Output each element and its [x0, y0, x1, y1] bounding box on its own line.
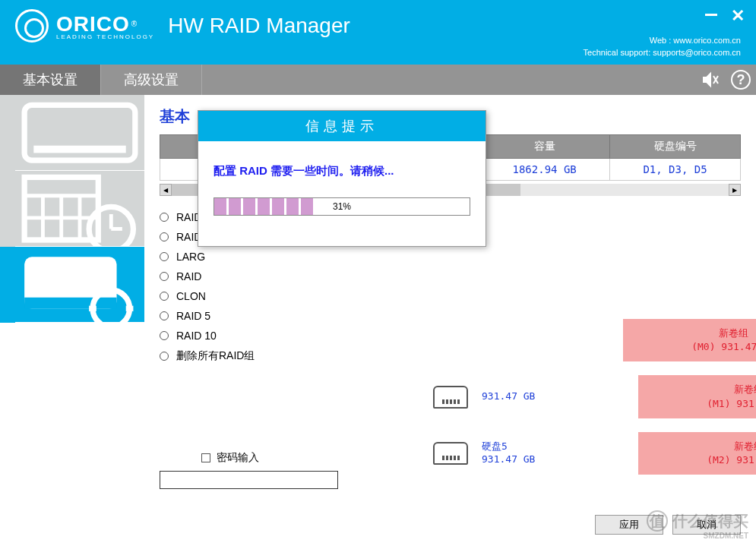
- web-link[interactable]: Web : www.orico.com.cn: [584, 35, 741, 46]
- password-checkbox-row[interactable]: 密码输入: [201, 451, 338, 465]
- password-area: 密码输入: [160, 451, 338, 489]
- radio-icon: [160, 352, 169, 361]
- svg-line-23: [122, 294, 126, 298]
- radio-icon: [160, 213, 169, 222]
- radio-icon: [160, 311, 169, 320]
- disk-row: 硬盘5 931.47 GB 新卷组 (M2) 931.47 GB: [433, 432, 756, 475]
- watermark: 值 什么值得买 SMZDM.NET: [647, 510, 748, 540]
- col-capacity: 容量: [479, 135, 610, 159]
- brand-logo-icon: [15, 9, 49, 43]
- app-title: HW RAID Manager: [168, 14, 350, 38]
- close-icon[interactable]: ✕: [731, 6, 745, 26]
- sidebar: [0, 95, 144, 546]
- col-disk-id: 硬盘编号: [610, 135, 741, 159]
- radio-icon: [160, 272, 169, 281]
- disk-gear-icon: [15, 238, 144, 330]
- svg-line-22: [96, 320, 100, 323]
- volume-box[interactable]: 新卷组 (M2) 931.47 GB: [638, 432, 756, 475]
- brand-tagline: LEADING TECHNOLOGY: [56, 33, 154, 40]
- header-links: Web : www.orico.com.cn Technical support…: [584, 35, 741, 58]
- sidebar-item-raid-config[interactable]: [15, 247, 144, 323]
- cell-disk-id: D1, D3, D5: [610, 159, 741, 181]
- minimize-icon[interactable]: [705, 14, 717, 16]
- svg-line-20: [96, 294, 100, 298]
- svg-line-21: [122, 320, 126, 323]
- raid-option[interactable]: LARG: [160, 251, 741, 263]
- app-header: ORICO® LEADING TECHNOLOGY HW RAID Manage…: [0, 0, 756, 65]
- progress-bar: 31%: [214, 197, 470, 216]
- radio-icon: [160, 292, 169, 301]
- checkbox-icon[interactable]: [201, 453, 210, 462]
- scroll-right-icon[interactable]: ▶: [729, 184, 741, 196]
- password-input[interactable]: [160, 471, 338, 489]
- raid-option[interactable]: CLON: [160, 290, 741, 302]
- mute-icon[interactable]: [695, 65, 726, 95]
- hdd-icon: [433, 386, 468, 409]
- radio-icon: [160, 252, 169, 261]
- sidebar-item-schedule[interactable]: [15, 171, 144, 247]
- volume-box[interactable]: 新卷组 (M1) 931.47 GB: [638, 375, 756, 418]
- registered-icon: ®: [131, 20, 137, 28]
- hdd-icon: [433, 442, 468, 465]
- brand-block: ORICO® LEADING TECHNOLOGY: [56, 12, 154, 40]
- dialog-title: 信息提示: [198, 111, 486, 141]
- disk-info: 硬盘5 931.47 GB: [482, 440, 535, 466]
- svg-rect-14: [24, 298, 116, 309]
- raid-option[interactable]: RAID: [160, 270, 741, 282]
- cell-capacity: 1862.94 GB: [479, 159, 610, 181]
- sidebar-item-disk[interactable]: [15, 95, 144, 171]
- volume-box[interactable]: 新卷组 (M0) 931.47 GB: [623, 319, 756, 361]
- window-controls: ✕: [705, 6, 745, 26]
- radio-icon: [160, 232, 169, 241]
- disk-volume-area: 新卷组 (M0) 931.47 GB 931.47 GB 新卷组 (M1) 93…: [433, 319, 756, 488]
- info-dialog: 信息提示 配置 RAID 需要一些时间。请稍候... 31%: [198, 110, 486, 247]
- help-icon[interactable]: ?: [726, 65, 756, 95]
- dialog-message: 配置 RAID 需要一些时间。请稍候...: [214, 164, 470, 178]
- disk-row: 931.47 GB 新卷组 (M1) 931.47 GB: [433, 375, 756, 418]
- volume-row: 新卷组 (M0) 931.47 GB: [623, 319, 756, 361]
- dialog-body: 配置 RAID 需要一些时间。请稍候... 31%: [198, 141, 486, 246]
- brand-name: ORICO: [56, 12, 130, 36]
- progress-percent: 31%: [333, 201, 351, 212]
- radio-icon: [160, 331, 169, 340]
- svg-rect-3: [33, 146, 125, 153]
- password-label: 密码输入: [217, 451, 259, 465]
- disk-info: 931.47 GB: [482, 390, 535, 403]
- support-link[interactable]: Technical support: supports@orico.com.cn: [584, 47, 741, 58]
- scroll-left-icon[interactable]: ◀: [160, 184, 172, 196]
